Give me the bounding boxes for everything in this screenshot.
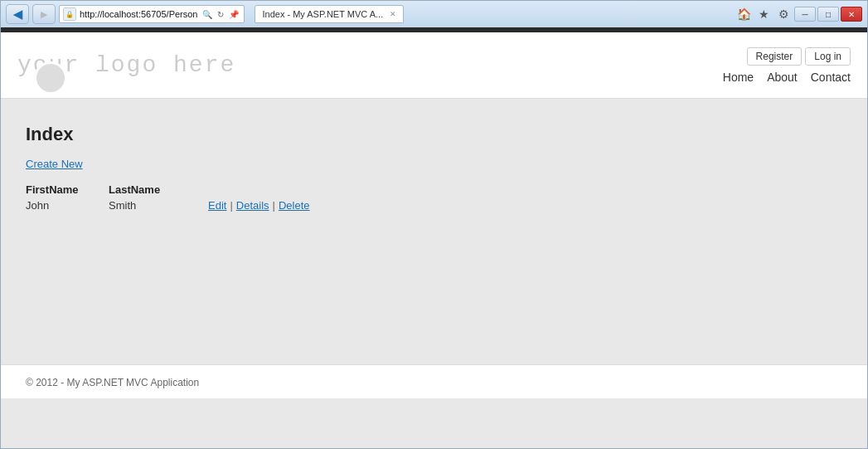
tab-label: Index - My ASP.NET MVC A... xyxy=(262,9,383,19)
page-title: Index xyxy=(26,124,842,145)
header-nav: Home About Contact xyxy=(723,71,851,84)
close-button[interactable]: ✕ xyxy=(841,7,862,22)
table-header: FirstName LastName xyxy=(26,183,842,196)
table-row: John Smith Edit | Details | Delete xyxy=(26,199,842,212)
maximize-button[interactable]: □ xyxy=(817,7,839,22)
separator-2: | xyxy=(273,199,275,212)
settings-icon[interactable]: ⚙ xyxy=(774,5,793,23)
site-footer: © 2012 - My ASP.NET MVC Application xyxy=(1,364,867,398)
th-lastname: LastName xyxy=(109,183,208,196)
nav-about[interactable]: About xyxy=(767,71,798,84)
window-controls: 🏠 ★ ⚙ ─ □ ✕ xyxy=(735,5,862,23)
main-content: Index Create New FirstName LastName John… xyxy=(1,99,867,348)
tab-bar: Index - My ASP.NET MVC A... ✕ xyxy=(255,5,404,23)
cell-firstname: John xyxy=(26,199,109,212)
tab-close-button[interactable]: ✕ xyxy=(390,10,396,18)
nav-contact[interactable]: Contact xyxy=(811,71,851,84)
details-link[interactable]: Details xyxy=(236,199,269,212)
title-bar-right: 🏠 ★ ⚙ ─ □ ✕ xyxy=(735,5,862,23)
logo-avatar xyxy=(34,61,67,95)
create-new-link[interactable]: Create New xyxy=(26,158,83,170)
browser-content: your logo here Register Log in Home Abou… xyxy=(1,32,867,448)
cell-lastname: Smith xyxy=(109,199,208,212)
separator-1: | xyxy=(230,199,232,212)
search-icon[interactable]: 🔍 xyxy=(201,10,214,19)
login-button[interactable]: Log in xyxy=(805,47,851,66)
pin-icon[interactable]: 📌 xyxy=(227,10,240,19)
home-icon[interactable]: 🏠 xyxy=(735,5,753,23)
title-bar-left: ◀ ▶ 🔒 http://localhost:56705/Person 🔍 ↻ … xyxy=(6,4,404,24)
register-button[interactable]: Register xyxy=(747,47,803,66)
favorites-icon[interactable]: ★ xyxy=(754,5,773,23)
footer-text: © 2012 - My ASP.NET MVC Application xyxy=(26,377,199,388)
minimize-button[interactable]: ─ xyxy=(794,7,816,22)
refresh-icon[interactable]: ↻ xyxy=(216,10,225,19)
delete-link[interactable]: Delete xyxy=(279,199,310,212)
address-bar[interactable]: 🔒 http://localhost:56705/Person 🔍 ↻ 📌 xyxy=(59,5,245,23)
address-bar-icon: 🔒 xyxy=(63,7,76,21)
header-auth: Register Log in xyxy=(747,47,851,66)
row-actions: Edit | Details | Delete xyxy=(208,199,310,212)
browser-window: ◀ ▶ 🔒 http://localhost:56705/Person 🔍 ↻ … xyxy=(0,0,868,449)
active-tab[interactable]: Index - My ASP.NET MVC A... ✕ xyxy=(255,5,404,23)
address-text: http://localhost:56705/Person xyxy=(80,9,197,19)
header-right: Register Log in Home About Contact xyxy=(723,47,851,84)
th-firstname: FirstName xyxy=(26,183,109,196)
title-bar: ◀ ▶ 🔒 http://localhost:56705/Person 🔍 ↻ … xyxy=(1,1,867,27)
forward-button[interactable]: ▶ xyxy=(32,4,56,24)
back-button[interactable]: ◀ xyxy=(6,4,29,24)
edit-link[interactable]: Edit xyxy=(208,199,226,212)
nav-home[interactable]: Home xyxy=(723,71,754,84)
site-header: your logo here Register Log in Home Abou… xyxy=(1,32,867,99)
address-controls: 🔍 ↻ 📌 xyxy=(201,10,240,19)
